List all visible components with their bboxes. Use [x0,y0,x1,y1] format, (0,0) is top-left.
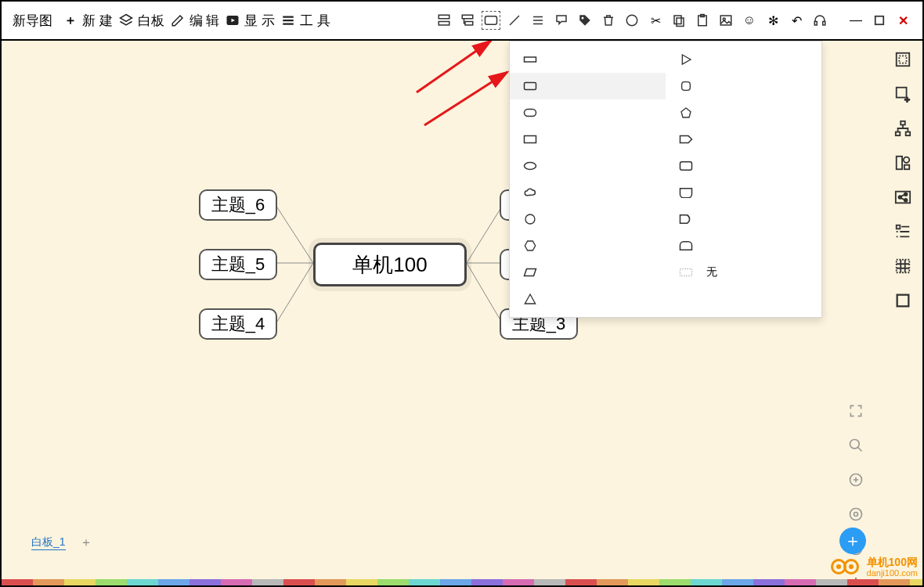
emoji-icon[interactable]: ☺ [741,12,758,29]
shape-cloud[interactable] [510,179,666,206]
shape-col-1 [510,41,666,317]
shape-bottom-rounded[interactable] [666,179,821,206]
svg-point-6 [582,17,584,20]
svg-rect-8 [674,16,681,24]
node-label: 主题_5 [211,253,265,276]
svg-point-27 [850,509,862,520]
paste-icon[interactable] [694,12,711,29]
svg-point-28 [854,513,858,517]
watermark-line1: 单机100网 [867,556,918,568]
svg-point-25 [850,440,860,449]
shape-rounded-rect-2[interactable] [666,153,821,179]
menu-edit[interactable]: 编 辑 [169,12,220,30]
shape-circle[interactable] [510,206,666,232]
watermark-line2: danji100.com [867,568,918,578]
menu-board[interactable]: 白板 [117,12,164,30]
shape-tag-right[interactable] [666,126,821,153]
svg-rect-45 [897,157,902,170]
copy-icon[interactable] [670,12,688,29]
callout-icon[interactable] [553,12,570,29]
shape-ellipse[interactable] [510,153,666,179]
tag-icon[interactable] [576,12,594,29]
trash-icon[interactable] [600,12,617,29]
node-t4[interactable]: 主题_4 [199,308,277,340]
settings-icon[interactable]: ✻ [764,12,781,29]
window-min-icon[interactable]: — [847,12,864,29]
svg-point-34 [525,163,536,170]
shape-rounded-square[interactable] [666,73,821,99]
svg-line-24 [424,72,507,125]
shape-rect[interactable] [510,126,666,153]
shape-d-shape[interactable] [666,206,821,232]
shape-icon[interactable] [482,12,500,29]
shape-none[interactable]: 无 [666,259,821,286]
svg-line-22 [467,263,503,324]
subtopic-icon[interactable] [459,12,476,29]
node-label: 主题_6 [211,193,265,217]
shape-pill[interactable] [510,99,666,126]
undo-icon[interactable]: ↶ [788,12,805,29]
topic-add-icon[interactable] [435,12,453,29]
menu-display[interactable]: 显 示 [224,12,275,30]
shape-hexagon[interactable] [510,232,666,259]
menu-new[interactable]: ＋ 新 建 [62,12,113,30]
search-icon[interactable] [846,435,866,456]
svg-rect-16 [875,16,884,25]
image-icon[interactable] [717,12,735,29]
shape-triangle[interactable] [510,286,666,312]
svg-rect-40 [899,56,906,63]
menu-icon [280,12,297,29]
node-t5[interactable]: 主题_5 [199,249,277,280]
svg-rect-53 [897,260,910,273]
central-node[interactable]: 单机100 [313,243,467,286]
svg-rect-54 [897,295,909,307]
menu-label: 白板 [138,12,164,30]
zoom-in-icon[interactable] [846,470,866,490]
theme-icon[interactable] [892,152,914,174]
shape-rect-thin[interactable] [510,46,666,73]
add-board-button[interactable]: ＋ [80,535,92,551]
shape-triangle-right[interactable] [666,46,821,73]
add-panel-icon[interactable] [892,83,914,105]
plus-icon: ＋ [62,12,79,29]
svg-rect-37 [680,162,692,171]
svg-rect-33 [525,136,536,143]
menu-label: 编 辑 [189,12,220,30]
board-tabs: 白板_1 ＋ [31,535,92,551]
connector-icon[interactable] [506,12,523,29]
add-fab[interactable]: ＋ [839,528,866,554]
structure-icon[interactable] [892,117,914,139]
node-t6[interactable]: 主题_6 [199,189,277,221]
svg-rect-14 [814,22,817,26]
menu-label: 新 建 [82,12,113,30]
menubar-left: 新导图 ＋ 新 建 白板 编 辑 显 示 [13,12,330,30]
svg-rect-30 [525,57,536,62]
outline-icon[interactable] [892,221,914,243]
zoom-fit-icon[interactable] [846,504,866,524]
svg-rect-5 [485,16,497,25]
list-icon[interactable] [529,12,547,29]
square-icon[interactable] [892,290,914,312]
play-icon [224,12,241,29]
shape-none-label: 无 [706,265,717,279]
layout-icon[interactable] [892,49,914,70]
shape-dropdown: 无 [509,41,822,318]
grid-icon[interactable] [892,255,914,277]
menu-tools[interactable]: 工 具 [280,12,330,30]
headset-icon[interactable] [811,12,828,29]
window-close-icon[interactable]: ✕ [894,12,911,29]
central-node-label: 单机100 [352,251,427,279]
svg-rect-52 [897,225,901,229]
shape-pentagon[interactable] [666,99,821,126]
palette-icon[interactable] [623,12,641,29]
fullscreen-icon[interactable] [846,401,866,421]
svg-rect-47 [904,165,909,170]
share-icon[interactable] [892,186,914,208]
shape-top-rounded[interactable] [666,232,821,259]
shape-rounded-rect[interactable] [510,73,666,99]
window-max-icon[interactable] [871,12,888,29]
cut-icon[interactable]: ✂ [647,12,664,29]
shape-parallelogram[interactable] [510,259,666,286]
board-tab[interactable]: 白板_1 [31,535,66,550]
svg-line-17 [276,205,313,263]
